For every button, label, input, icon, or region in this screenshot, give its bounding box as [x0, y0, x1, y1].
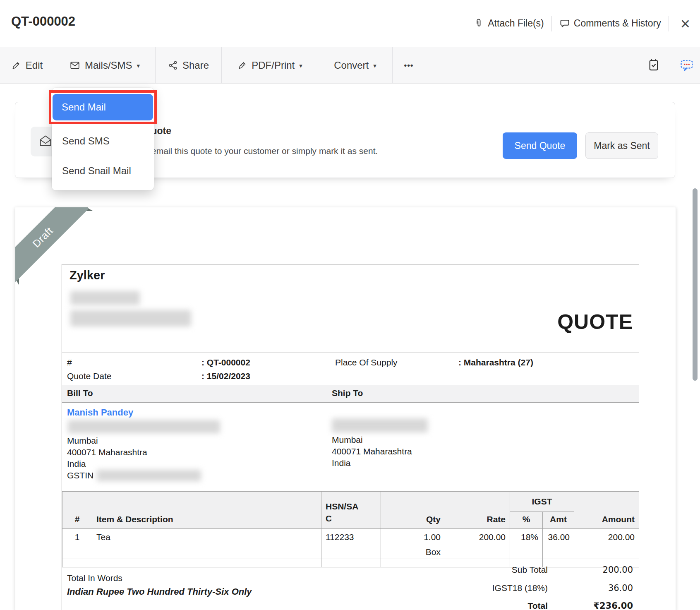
convert-button[interactable]: Convert ▾	[318, 47, 393, 83]
mails-sms-label: Mails/SMS	[85, 60, 132, 71]
attach-files-label: Attach File(s)	[488, 18, 544, 29]
header-divider	[669, 16, 669, 31]
send-mail-menu-item[interactable]: Send Mail	[53, 94, 153, 120]
draft-ribbon-label: Draft	[30, 225, 55, 250]
mails-sms-dropdown: Send Mail Send SMS Send Snail Mail	[52, 88, 154, 190]
pdf-print-label: PDF/Print	[252, 60, 295, 71]
quote-number-label: #	[67, 358, 72, 367]
quote-date-label: Quote Date	[67, 371, 111, 381]
redacted-bill-address	[68, 420, 220, 433]
total-value: ₹236.00	[548, 601, 639, 610]
send-quote-button[interactable]: Send Quote	[503, 132, 577, 159]
item-qty-unit: Box	[385, 547, 441, 557]
envelope-icon	[70, 60, 80, 71]
redacted-address-line	[70, 291, 140, 305]
toolbar-right	[647, 47, 694, 83]
meta-divider	[62, 353, 639, 353]
col-igst-group: IGST	[510, 492, 574, 512]
ellipsis-icon: •••	[404, 61, 414, 70]
convert-label: Convert	[334, 60, 369, 71]
bill-country: India	[67, 459, 86, 469]
document-type-label: QUOTE	[557, 310, 633, 334]
meta-column-divider	[327, 353, 327, 491]
more-actions-button[interactable]: •••	[393, 47, 425, 83]
pen-pdf-icon	[237, 60, 247, 70]
quote-preview-paper: Draft Zylker QUOTE # : QT-000002 Quote D…	[15, 207, 676, 610]
mark-as-sent-button[interactable]: Mark as Sent	[585, 132, 658, 159]
quote-document: Zylker QUOTE # : QT-000002 Quote Date : …	[62, 264, 639, 610]
subtotal-value: 200.00	[548, 565, 639, 575]
vertical-scrollbar-thumb[interactable]	[693, 188, 698, 381]
col-igst-amt: Amt	[543, 512, 574, 529]
send-sms-menu-item[interactable]: Send SMS	[52, 128, 154, 154]
company-name: Zylker	[70, 269, 105, 282]
place-of-supply-label: Place Of Supply	[335, 358, 398, 367]
subtotal-row: Sub Total 200.00	[394, 565, 639, 575]
chevron-down-icon: ▾	[299, 62, 302, 70]
chevron-down-icon: ▾	[373, 62, 376, 70]
customer-name-link[interactable]: Manish Pandey	[67, 407, 133, 418]
col-rate: Rate	[445, 492, 510, 529]
edit-button[interactable]: Edit	[0, 47, 54, 83]
redacted-gstin	[97, 470, 201, 481]
ship-to-label: Ship To	[332, 388, 363, 398]
total-row: Total ₹236.00	[394, 601, 639, 610]
quote-date-value: : 15/02/2023	[201, 371, 250, 381]
header-actions: Attach File(s) Comments & History ×	[473, 0, 694, 47]
banner-subtitle: You can email this quote to your custome…	[118, 146, 378, 156]
total-in-words-value: Indian Rupee Two Hundred Thirty-Six Only	[67, 586, 252, 597]
comments-history-button[interactable]: Comments & History	[559, 18, 661, 29]
ship-city: Mumbai	[332, 435, 363, 445]
share-icon	[168, 60, 178, 70]
annotation-highlight-box: Send Mail	[49, 90, 157, 124]
pdf-print-button[interactable]: PDF/Print ▾	[222, 47, 318, 83]
close-button[interactable]: ×	[676, 15, 694, 32]
toolbar-divider	[670, 57, 670, 73]
igst-value: 36.00	[548, 583, 639, 593]
col-igst-pct: %	[510, 512, 543, 529]
comments-history-label: Comments & History	[574, 18, 661, 29]
bill-city: Mumbai	[67, 436, 98, 446]
total-in-words-label: Total In Words	[67, 573, 122, 583]
edit-label: Edit	[26, 60, 43, 71]
chevron-down-icon: ▾	[137, 62, 140, 70]
share-label: Share	[182, 60, 209, 71]
send-snail-mail-menu-item[interactable]: Send Snail Mail	[52, 158, 154, 184]
bill-gstin-label: GSTIN	[67, 471, 93, 480]
subtotal-label: Sub Total	[394, 565, 548, 575]
attach-files-button[interactable]: Attach File(s)	[473, 18, 544, 29]
col-sno: #	[62, 492, 92, 529]
col-amount: Amount	[574, 492, 639, 529]
ship-country: India	[332, 458, 351, 468]
redacted-address-line	[70, 310, 191, 327]
col-item-description: Item & Description	[92, 492, 321, 529]
comment-bubble-icon	[559, 18, 570, 29]
igst-label: IGST18 (18%)	[394, 583, 548, 593]
redacted-ship-address	[332, 418, 428, 432]
bill-zip-state: 400071 Maharashtra	[67, 447, 147, 457]
totals-section: Total In Words Indian Rupee Two Hundred …	[62, 559, 639, 610]
ship-zip-state: 400071 Maharashtra	[332, 447, 412, 456]
clipboard-check-button[interactable]	[647, 58, 661, 72]
mails-sms-button[interactable]: Mails/SMS ▾	[54, 47, 156, 83]
bill-to-label: Bill To	[67, 388, 93, 398]
quote-number-value: : QT-000002	[201, 358, 250, 367]
pencil-icon	[11, 60, 21, 70]
page-title: QT-000002	[11, 14, 75, 29]
total-label: Total	[394, 601, 548, 610]
col-qty: Qty	[381, 492, 445, 529]
col-hsn-sac: HSN/SAC	[321, 492, 381, 529]
igst-row: IGST18 (18%) 36.00	[394, 583, 639, 593]
place-of-supply-value: : Maharashtra (27)	[458, 358, 533, 367]
items-table: # Item & Description HSN/SAC Qty Rate IG…	[62, 491, 639, 567]
header-divider	[551, 16, 552, 31]
paperclip-icon	[473, 18, 484, 29]
quote-detail-page: QT-000002 Attach File(s) Comments & Hist…	[0, 0, 700, 610]
feedback-chat-button[interactable]	[679, 58, 694, 72]
toolbar: Edit Mails/SMS ▾ Share PDF/Print ▾ Conve…	[0, 47, 700, 84]
share-button[interactable]: Share	[156, 47, 222, 83]
